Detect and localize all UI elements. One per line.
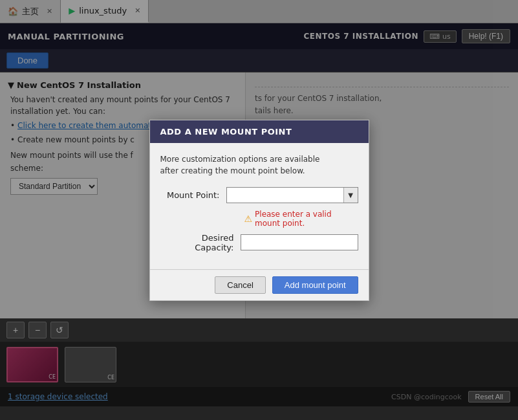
- modal-header: ADD A NEW MOUNT POINT: [150, 120, 369, 143]
- modal-body: More customization options are available…: [150, 143, 369, 269]
- mount-point-input[interactable]: [227, 188, 343, 203]
- cancel-button[interactable]: Cancel: [215, 276, 265, 294]
- modal-footer: Cancel Add mount point: [150, 269, 369, 300]
- modal-title: ADD A NEW MOUNT POINT: [160, 127, 292, 137]
- desired-capacity-input[interactable]: [241, 234, 358, 250]
- desired-capacity-label: Desired Capacity:: [160, 233, 241, 252]
- modal-dialog: ADD A NEW MOUNT POINT More customization…: [149, 120, 369, 301]
- mount-point-label: Mount Point:: [160, 190, 226, 200]
- warning-icon: ⚠: [244, 214, 253, 224]
- validation-row: ⚠ Please enter a valid mount point.: [244, 210, 358, 228]
- mount-point-dropdown[interactable]: ▼: [343, 188, 358, 203]
- validation-text: Please enter a valid mount point.: [255, 210, 358, 228]
- desired-capacity-row: Desired Capacity:: [160, 233, 358, 252]
- mount-point-row: Mount Point: ▼: [160, 187, 358, 203]
- modal-description: More customization options are available…: [160, 153, 358, 177]
- modal-overlay: ADD A NEW MOUNT POINT More customization…: [0, 0, 518, 420]
- mount-point-input-wrapper: ▼: [226, 187, 358, 203]
- add-mount-button[interactable]: Add mount point: [272, 276, 358, 294]
